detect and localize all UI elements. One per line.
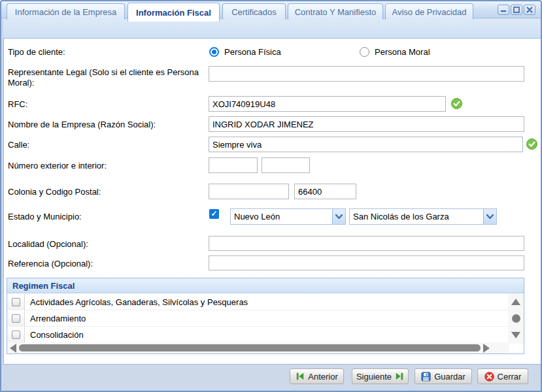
estado-municipio-checkbox[interactable]: ✓	[209, 209, 219, 219]
cerrar-button[interactable]: Cerrar	[477, 368, 528, 384]
localidad-input[interactable]	[209, 236, 524, 251]
tab-aviso-privacidad[interactable]: Aviso de Privacidad	[385, 3, 473, 20]
estado-combo-trigger[interactable]	[332, 209, 345, 224]
estado-municipio-label: Estado y Municipio:	[8, 212, 205, 222]
chevron-down-icon	[335, 214, 343, 220]
persona-moral-radio[interactable]	[360, 47, 369, 57]
scroll-right-arrow-icon[interactable]	[483, 344, 490, 353]
regimen-checkbox[interactable]	[12, 314, 20, 323]
numero-label: Número exterior e interior:	[8, 161, 205, 171]
regimen-item-label: Consolidación	[30, 330, 84, 340]
codigo-postal-input[interactable]	[294, 184, 356, 199]
maximize-button[interactable]	[511, 5, 522, 15]
maximize-icon	[513, 7, 520, 13]
municipio-combo-trigger[interactable]	[483, 209, 496, 224]
tab-contrato-manifiesto[interactable]: Contrato Y Manifiesto	[288, 3, 383, 20]
footer-toolbar: Anterior Siguiente Guardar	[1, 362, 541, 391]
client-dialog-window: INGRID XODAR JIMENEZ Información de la E…	[0, 0, 542, 392]
close-button[interactable]	[524, 5, 535, 15]
colonia-input[interactable]	[209, 184, 289, 199]
checkbox-cell	[7, 294, 25, 310]
razon-social-label: Nombre de la Empresa (Razón Social):	[8, 120, 205, 130]
colonia-cp-label: Colonia y Codigo Postal:	[8, 187, 205, 197]
tab-label: Información de la Empresa	[15, 7, 116, 17]
persona-moral-option: Persona Moral	[360, 47, 430, 57]
regimen-fiscal-title: Regimen Fiscal	[12, 281, 75, 291]
tab-strip	[3, 19, 541, 38]
regimen-row-arrendamiento[interactable]: Arrendamiento	[7, 310, 509, 327]
referencia-input[interactable]	[209, 255, 524, 270]
save-disk-icon	[421, 372, 431, 382]
anterior-button[interactable]: Anterior	[290, 368, 344, 384]
checkbox-cell	[7, 327, 25, 343]
scroll-left-arrow-icon[interactable]	[10, 344, 16, 353]
regimen-checkbox[interactable]	[12, 298, 20, 306]
tab-label: Contrato Y Manifiesto	[295, 7, 377, 17]
rfc-input[interactable]	[209, 96, 446, 112]
tab-label: Aviso de Privacidad	[392, 7, 467, 17]
regimen-row-consolidacion[interactable]: Consolidación	[7, 327, 509, 343]
checkbox-cell	[7, 310, 25, 327]
persona-fisica-radio[interactable]	[209, 47, 219, 57]
tipo-cliente-label: Tipo de cliente:	[8, 47, 205, 57]
referencia-label: Referencia (Opcional):	[8, 259, 205, 269]
persona-fisica-label: Persona Física	[224, 47, 281, 57]
button-label: Guardar	[434, 372, 466, 382]
guardar-button[interactable]: Guardar	[415, 368, 472, 384]
close-circle-icon	[484, 372, 494, 382]
representante-label: Representante Legal (Solo si el cliente …	[8, 67, 205, 88]
municipio-combobox[interactable]: San Nicolás de los Garza	[349, 208, 497, 225]
horizontal-scrollbar	[7, 342, 509, 353]
estado-combobox[interactable]: Nuevo León	[230, 208, 346, 225]
scroll-up-arrow-icon[interactable]	[511, 299, 520, 305]
check-circle-icon	[451, 98, 462, 109]
minimize-icon	[500, 7, 507, 13]
municipio-value: San Nicolás de los Garza	[350, 209, 483, 224]
numero-exterior-input[interactable]	[209, 157, 258, 173]
tab-label: Certificados	[231, 7, 277, 17]
estado-value: Nuevo León	[231, 209, 332, 224]
chevron-down-icon	[486, 214, 494, 220]
regimen-fiscal-panel: Regimen Fiscal Actividades Agrícolas, Ga…	[7, 278, 524, 354]
vertical-scrollbar	[508, 293, 524, 344]
button-label: Siguiente	[356, 372, 392, 382]
button-label: Cerrar	[498, 372, 522, 382]
regimen-item-label: Actividades Agrícolas, Ganaderas, Silvíc…	[30, 297, 248, 307]
tab-certificados[interactable]: Certificados	[222, 3, 286, 20]
razon-social-input[interactable]	[209, 116, 524, 132]
minimize-button[interactable]	[498, 5, 509, 15]
persona-fisica-option: Persona Física	[209, 47, 281, 57]
persona-moral-label: Persona Moral	[375, 47, 430, 57]
siguiente-button[interactable]: Siguiente	[352, 368, 409, 384]
tab-informacion-empresa[interactable]: Información de la Empresa	[7, 3, 125, 20]
tab-informacion-fiscal[interactable]: Información Fiscal	[127, 3, 220, 22]
skip-next-icon	[395, 372, 404, 381]
regimen-row-actividades[interactable]: Actividades Agrícolas, Ganaderas, Silvíc…	[7, 294, 509, 310]
scroll-down-arrow-icon[interactable]	[511, 332, 520, 338]
regimen-item-label: Arrendamiento	[30, 314, 86, 323]
skip-previous-icon	[296, 372, 305, 381]
check-circle-icon	[526, 139, 537, 150]
window-controls	[498, 5, 535, 15]
representante-input[interactable]	[209, 66, 524, 82]
numero-interior-input[interactable]	[262, 157, 310, 173]
button-label: Anterior	[308, 372, 338, 382]
calle-input[interactable]	[209, 137, 523, 152]
tab-label: Información Fiscal	[136, 8, 211, 18]
close-icon	[526, 7, 533, 13]
regimen-fiscal-header: Regimen Fiscal	[7, 278, 524, 293]
vertical-scroll-thumb[interactable]	[512, 314, 520, 323]
localidad-label: Localidad (Opcional):	[8, 239, 205, 250]
rfc-label: RFC:	[8, 99, 205, 110]
regimen-checkbox[interactable]	[12, 331, 20, 339]
calle-label: Calle:	[8, 140, 205, 150]
horizontal-scroll-thumb[interactable]	[19, 344, 481, 351]
